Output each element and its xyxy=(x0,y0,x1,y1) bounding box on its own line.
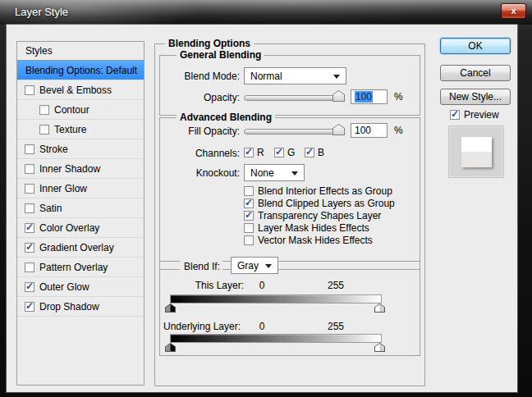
underlying-layer-max: 255 xyxy=(323,321,348,332)
knockout-value: None xyxy=(250,167,274,179)
underlying-layer-gradient-bar[interactable] xyxy=(170,334,382,343)
style-item-outer-glow[interactable]: Outer Glow xyxy=(17,277,144,297)
channel-r-checkbox[interactable] xyxy=(244,148,254,157)
style-item-label: Inner Shadow xyxy=(39,163,100,175)
option-row: Vector Mask Hides Effects xyxy=(244,235,373,246)
fill-opacity-value: 100 xyxy=(355,125,371,136)
opacity-label: Opacity: xyxy=(160,92,240,103)
style-item-label: Drop Shadow xyxy=(39,301,99,313)
style-preview-swatch xyxy=(461,137,492,167)
new-style-button[interactable]: New Style... xyxy=(440,89,511,105)
style-item-label: Satin xyxy=(39,203,62,214)
vector-mask-hides-label: Vector Mask Hides Effects xyxy=(258,235,373,246)
option-row: Blend Clipped Layers as Group xyxy=(244,198,395,209)
group-legend: General Blending xyxy=(177,49,264,61)
style-checkbox[interactable] xyxy=(25,164,34,174)
channel-r-label: R xyxy=(257,147,264,158)
transparency-shapes-checkbox[interactable] xyxy=(244,211,254,221)
style-item-satin[interactable]: Satin xyxy=(17,198,144,218)
channel-g-checkbox[interactable] xyxy=(274,148,284,157)
general-blending-group: General Blending Blend Mode: Normal Opac… xyxy=(159,55,420,116)
styles-list-header: Styles xyxy=(17,42,144,61)
panel-title: Blending Options xyxy=(165,38,254,49)
channels-label: Channels: xyxy=(160,148,240,159)
opacity-slider-thumb[interactable] xyxy=(332,90,345,102)
style-checkbox[interactable] xyxy=(25,184,34,194)
channel-b-checkbox[interactable] xyxy=(305,148,314,157)
this-layer-shadow-slider[interactable] xyxy=(165,303,176,313)
blend-interior-checkbox[interactable] xyxy=(244,186,254,196)
style-checkbox[interactable] xyxy=(39,125,49,135)
style-item-gradient-overlay[interactable]: Gradient Overlay xyxy=(17,238,144,258)
blend-if-label: Blend If: xyxy=(180,261,222,272)
this-layer-min: 0 xyxy=(254,280,270,291)
style-item-inner-shadow[interactable]: Inner Shadow xyxy=(17,159,144,179)
fill-opacity-slider-track[interactable] xyxy=(244,129,344,135)
style-checkbox[interactable] xyxy=(25,85,34,95)
style-checkbox[interactable] xyxy=(25,243,34,253)
fill-opacity-label: Fill Opacity: xyxy=(160,125,240,137)
cancel-button[interactable]: Cancel xyxy=(440,65,511,81)
style-item-blending-options[interactable]: Blending Options: Default xyxy=(17,61,144,80)
style-item-stroke[interactable]: Stroke xyxy=(17,139,144,159)
style-item-bevel-emboss[interactable]: Bevel & Emboss xyxy=(17,80,144,100)
style-item-label: Gradient Overlay xyxy=(39,242,114,253)
style-item-contour[interactable]: Contour xyxy=(17,100,144,120)
style-checkbox[interactable] xyxy=(39,105,49,115)
style-item-texture[interactable]: Texture xyxy=(17,120,144,139)
channel-b: B xyxy=(305,147,324,158)
style-checkbox[interactable] xyxy=(25,262,34,272)
style-item-drop-shadow[interactable]: Drop Shadow xyxy=(17,297,144,317)
style-item-color-overlay[interactable]: Color Overlay xyxy=(17,218,144,238)
close-button[interactable]: x xyxy=(501,3,526,19)
channel-g: G xyxy=(274,147,295,158)
blend-if-select[interactable]: Gray xyxy=(231,257,278,274)
style-checkbox[interactable] xyxy=(25,144,34,154)
this-layer-label: This Layer: xyxy=(160,280,244,291)
blend-interior-label: Blend Interior Effects as Group xyxy=(258,185,392,197)
underlying-layer-highlight-slider[interactable] xyxy=(374,343,385,352)
knockout-select[interactable]: None xyxy=(244,164,305,181)
underlying-layer-shadow-slider[interactable] xyxy=(165,343,176,352)
preview-checkbox[interactable] xyxy=(450,110,460,120)
vector-mask-hides-checkbox[interactable] xyxy=(244,235,254,245)
ok-button[interactable]: OK xyxy=(440,38,511,54)
blend-clipped-checkbox[interactable] xyxy=(244,198,254,208)
title-bar[interactable]: Layer Style xyxy=(0,0,532,25)
channel-g-label: G xyxy=(287,147,295,158)
fill-opacity-input[interactable]: 100 xyxy=(351,123,388,138)
knockout-label: Knockout: xyxy=(160,167,240,179)
style-item-label: Stroke xyxy=(39,144,68,155)
fill-opacity-unit: % xyxy=(394,125,410,136)
layer-style-dialog: Layer Style x Styles Blending Options: D… xyxy=(0,0,532,397)
underlying-layer-label: Underlying Layer: xyxy=(163,321,245,332)
advanced-blending-group: Advanced Blending Fill Opacity: 100 % Ch… xyxy=(159,117,420,270)
opacity-slider-track[interactable] xyxy=(244,95,344,101)
this-layer-highlight-slider[interactable] xyxy=(374,303,385,313)
transparency-shapes-label: Transparency Shapes Layer xyxy=(258,210,381,221)
preview-label: Preview xyxy=(464,109,499,121)
this-layer-gradient-bar[interactable] xyxy=(170,294,382,303)
style-item-inner-glow[interactable]: Inner Glow xyxy=(17,179,144,198)
fill-opacity-slider-thumb[interactable] xyxy=(332,124,345,135)
dialog-body: Styles Blending Options: Default Bevel &… xyxy=(7,25,517,392)
style-item-label: Texture xyxy=(54,124,86,135)
style-item-label: Outer Glow xyxy=(39,281,89,293)
style-checkbox[interactable] xyxy=(25,203,34,213)
option-row: Layer Mask Hides Effects xyxy=(244,222,369,234)
chevron-down-icon xyxy=(291,171,298,176)
opacity-input[interactable]: 100 xyxy=(351,89,388,104)
option-row: Blend Interior Effects as Group xyxy=(244,185,392,197)
style-item-pattern-overlay[interactable]: Pattern Overlay xyxy=(17,258,144,277)
style-checkbox[interactable] xyxy=(25,223,34,233)
blend-mode-value: Normal xyxy=(250,71,282,82)
opacity-value: 100 xyxy=(355,91,373,103)
blend-mode-select[interactable]: Normal xyxy=(244,67,346,84)
style-item-label: Color Overlay xyxy=(39,222,99,234)
channel-r: R xyxy=(244,147,264,158)
layer-mask-hides-checkbox[interactable] xyxy=(244,223,254,233)
style-checkbox[interactable] xyxy=(25,302,34,312)
style-item-label: Inner Glow xyxy=(39,183,87,194)
chevron-down-icon xyxy=(265,264,272,268)
style-checkbox[interactable] xyxy=(25,282,34,292)
